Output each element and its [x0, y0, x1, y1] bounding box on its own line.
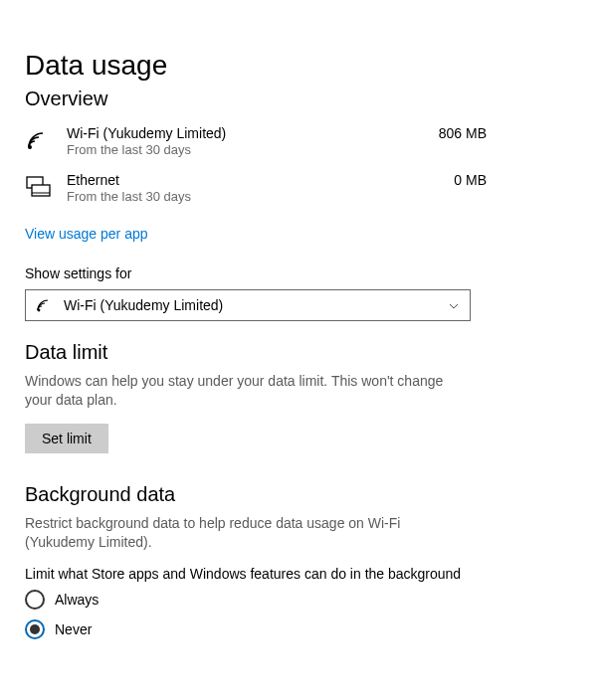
- overview-heading: Overview: [25, 88, 576, 110]
- radio-circle: [25, 619, 45, 639]
- svg-point-0: [28, 145, 32, 149]
- usage-item-ethernet[interactable]: Ethernet From the last 30 days 0 MB: [25, 165, 576, 212]
- dropdown-selected-text: Wi-Fi (Yukudemy Limited): [64, 297, 448, 313]
- wifi-icon: [36, 296, 54, 314]
- radio-always[interactable]: Always: [25, 590, 576, 610]
- ethernet-icon: [25, 171, 55, 201]
- wifi-icon: [25, 124, 55, 154]
- set-limit-button[interactable]: Set limit: [25, 424, 108, 453]
- usage-name: Wi-Fi (Yukudemy Limited): [67, 124, 427, 142]
- usage-sub: From the last 30 days: [67, 189, 442, 206]
- usage-amount: 806 MB: [439, 124, 576, 141]
- background-data-heading: Background data: [25, 483, 576, 506]
- radio-circle: [25, 590, 45, 610]
- usage-sub: From the last 30 days: [67, 142, 427, 159]
- page-title: Data usage: [25, 50, 576, 82]
- svg-point-4: [38, 309, 41, 312]
- usage-amount: 0 MB: [454, 171, 576, 188]
- data-limit-heading: Data limit: [25, 341, 576, 364]
- usage-name: Ethernet: [67, 171, 442, 189]
- usage-list: Wi-Fi (Yukudemy Limited) From the last 3…: [25, 118, 576, 212]
- background-data-description: Restrict background data to help reduce …: [25, 514, 473, 552]
- radio-never[interactable]: Never: [25, 619, 576, 639]
- svg-rect-2: [32, 185, 50, 196]
- radio-label: Never: [55, 621, 92, 637]
- data-limit-description: Windows can help you stay under your dat…: [25, 372, 473, 410]
- usage-item-wifi[interactable]: Wi-Fi (Yukudemy Limited) From the last 3…: [25, 118, 576, 165]
- show-settings-for-dropdown[interactable]: Wi-Fi (Yukudemy Limited): [25, 289, 471, 321]
- background-limit-question: Limit what Store apps and Windows featur…: [25, 566, 576, 582]
- show-settings-for-label: Show settings for: [25, 265, 576, 281]
- background-radio-group: Always Never: [25, 590, 576, 639]
- chevron-down-icon: [448, 299, 460, 311]
- view-usage-per-app-link[interactable]: View usage per app: [25, 226, 148, 242]
- radio-inner-dot: [30, 624, 40, 634]
- radio-label: Always: [55, 592, 99, 608]
